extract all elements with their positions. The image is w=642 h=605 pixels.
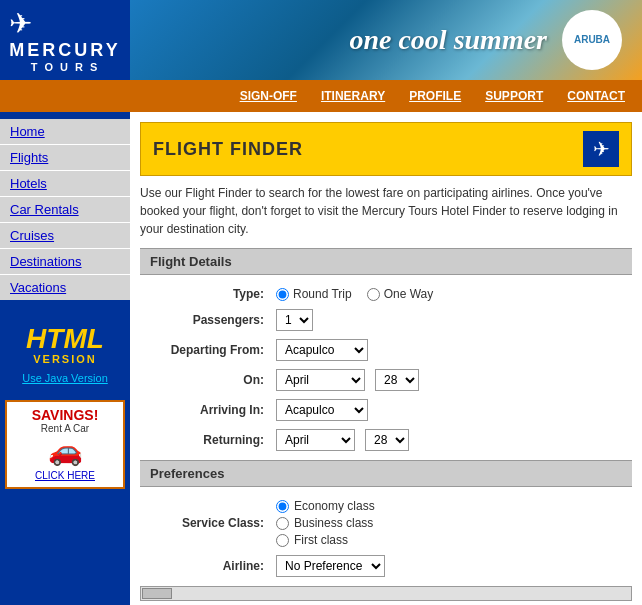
java-version-link[interactable]: Use Java Version — [22, 372, 108, 384]
type-field: Round Trip One Way — [270, 283, 632, 305]
first-class-option[interactable]: First class — [276, 533, 626, 547]
content-area: FLIGHT FINDER ✈ Use our Flight Finder to… — [130, 112, 642, 605]
service-class-options: Economy class Business class First class — [276, 499, 626, 547]
arriving-city-select[interactable]: Acapulco Amsterdam Paris — [276, 399, 368, 421]
departing-row: Departing From: Acapulco Amsterdam Paris — [140, 335, 632, 365]
on-field: JanuaryFebruaryMarch AprilMayJune JulyAu… — [270, 365, 632, 395]
first-class-label: First class — [294, 533, 348, 547]
main-layout: Home Flights Hotels Car Rentals Cruises … — [0, 112, 642, 605]
version-label: VERSION — [5, 353, 125, 365]
passengers-row: Passengers: 1 2 3 4 — [140, 305, 632, 335]
returning-row: Returning: JanuaryFebruaryMarch AprilMay… — [140, 425, 632, 455]
sidebar-item-hotels[interactable]: Hotels — [0, 171, 130, 196]
sidebar-item-cruises[interactable]: Cruises — [0, 223, 130, 248]
logo-plane-icon: ✈ — [9, 7, 120, 40]
on-month-select[interactable]: JanuaryFebruaryMarch AprilMayJune JulyAu… — [276, 369, 365, 391]
scroll-thumb — [142, 588, 172, 599]
flight-finder-header: FLIGHT FINDER ✈ — [140, 122, 632, 176]
trip-type-group: Round Trip One Way — [276, 287, 626, 301]
nav-sign-off[interactable]: SIGN-OFF — [228, 89, 309, 103]
sidebar-item-vacations[interactable]: Vacations — [0, 275, 130, 300]
passengers-field: 1 2 3 4 — [270, 305, 632, 335]
html-version-box: HTML VERSION Use Java Version — [0, 310, 130, 390]
departing-city-select[interactable]: Acapulco Amsterdam Paris — [276, 339, 368, 361]
on-label: On: — [140, 365, 270, 395]
economy-radio[interactable] — [276, 500, 289, 513]
description-text: Use our Flight Finder to search for the … — [140, 184, 632, 238]
passengers-label: Passengers: — [140, 305, 270, 335]
airline-label: Airline: — [140, 551, 270, 581]
logo-text: MERCURY T O U R S — [9, 40, 120, 73]
round-trip-radio[interactable] — [276, 288, 289, 301]
banner-area: one cool summer ARUBA — [130, 0, 642, 80]
type-label: Type: — [140, 283, 270, 305]
arriving-field: Acapulco Amsterdam Paris — [270, 395, 632, 425]
arriving-row: Arriving In: Acapulco Amsterdam Paris — [140, 395, 632, 425]
preferences-table: Service Class: Economy class Business cl… — [140, 495, 632, 581]
nav-support[interactable]: SUPPORT — [473, 89, 555, 103]
nav-itinerary[interactable]: ITINERARY — [309, 89, 397, 103]
logo-tours: T O U R S — [9, 61, 120, 73]
service-class-row: Service Class: Economy class Business cl… — [140, 495, 632, 551]
business-label: Business class — [294, 516, 373, 530]
returning-month-select[interactable]: JanuaryFebruaryMarch AprilMay — [276, 429, 355, 451]
plane-icon-header: ✈ — [583, 131, 619, 167]
aruba-label: ARUBA — [574, 34, 610, 46]
one-way-radio[interactable] — [367, 288, 380, 301]
returning-day-select[interactable]: 127282930 — [365, 429, 409, 451]
banner-text: one cool summer — [349, 24, 547, 56]
on-day-select[interactable]: 122728293031 — [375, 369, 419, 391]
airline-row: Airline: No Preference Aero Mexico Air F… — [140, 551, 632, 581]
returning-label: Returning: — [140, 425, 270, 455]
sidebar-item-destinations[interactable]: Destinations — [0, 249, 130, 274]
flight-finder-title: FLIGHT FINDER — [153, 139, 303, 160]
preferences-header: Preferences — [140, 460, 632, 487]
one-way-option[interactable]: One Way — [367, 287, 434, 301]
departing-label: Departing From: — [140, 335, 270, 365]
flight-details-table: Type: Round Trip One Way Pas — [140, 283, 632, 455]
car-icon: 🚗 — [12, 434, 118, 467]
html-version-text: HTML — [5, 325, 125, 353]
type-row: Type: Round Trip One Way — [140, 283, 632, 305]
one-way-label: One Way — [384, 287, 434, 301]
departing-field: Acapulco Amsterdam Paris — [270, 335, 632, 365]
passengers-select[interactable]: 1 2 3 4 — [276, 309, 313, 331]
service-class-label: Service Class: — [140, 495, 270, 551]
aruba-badge: ARUBA — [562, 10, 622, 70]
round-trip-label: Round Trip — [293, 287, 352, 301]
savings-box: SAVINGS! Rent A Car 🚗 CLICK HERE — [5, 400, 125, 489]
arriving-label: Arriving In: — [140, 395, 270, 425]
logo-area: ✈ MERCURY T O U R S — [0, 0, 130, 80]
nav-contact[interactable]: CONTACT — [555, 89, 637, 103]
sidebar-nav: Home Flights Hotels Car Rentals Cruises … — [0, 119, 130, 300]
savings-sub: Rent A Car — [12, 423, 118, 434]
business-radio[interactable] — [276, 517, 289, 530]
business-option[interactable]: Business class — [276, 516, 626, 530]
airline-field: No Preference Aero Mexico Air France Ali… — [270, 551, 632, 581]
header: ✈ MERCURY T O U R S one cool summer ARUB… — [0, 0, 642, 80]
flight-details-header: Flight Details — [140, 248, 632, 275]
nav-profile[interactable]: PROFILE — [397, 89, 473, 103]
logo-mercury: MERCURY — [9, 40, 120, 61]
service-class-field: Economy class Business class First class — [270, 495, 632, 551]
sidebar: Home Flights Hotels Car Rentals Cruises … — [0, 112, 130, 605]
sidebar-item-car-rentals[interactable]: Car Rentals — [0, 197, 130, 222]
sidebar-item-flights[interactable]: Flights — [0, 145, 130, 170]
airline-select[interactable]: No Preference Aero Mexico Air France Ali… — [276, 555, 385, 577]
on-row: On: JanuaryFebruaryMarch AprilMayJune Ju… — [140, 365, 632, 395]
economy-option[interactable]: Economy class — [276, 499, 626, 513]
navbar: SIGN-OFF ITINERARY PROFILE SUPPORT CONTA… — [0, 80, 642, 112]
scrollbar-area[interactable] — [140, 586, 632, 601]
first-class-radio[interactable] — [276, 534, 289, 547]
click-here-link[interactable]: CLICK HERE — [35, 470, 95, 481]
round-trip-option[interactable]: Round Trip — [276, 287, 352, 301]
savings-title: SAVINGS! — [12, 407, 118, 423]
header-plane-icon: ✈ — [593, 137, 610, 161]
sidebar-item-home[interactable]: Home — [0, 119, 130, 144]
economy-label: Economy class — [294, 499, 375, 513]
returning-field: JanuaryFebruaryMarch AprilMay 127282930 — [270, 425, 632, 455]
